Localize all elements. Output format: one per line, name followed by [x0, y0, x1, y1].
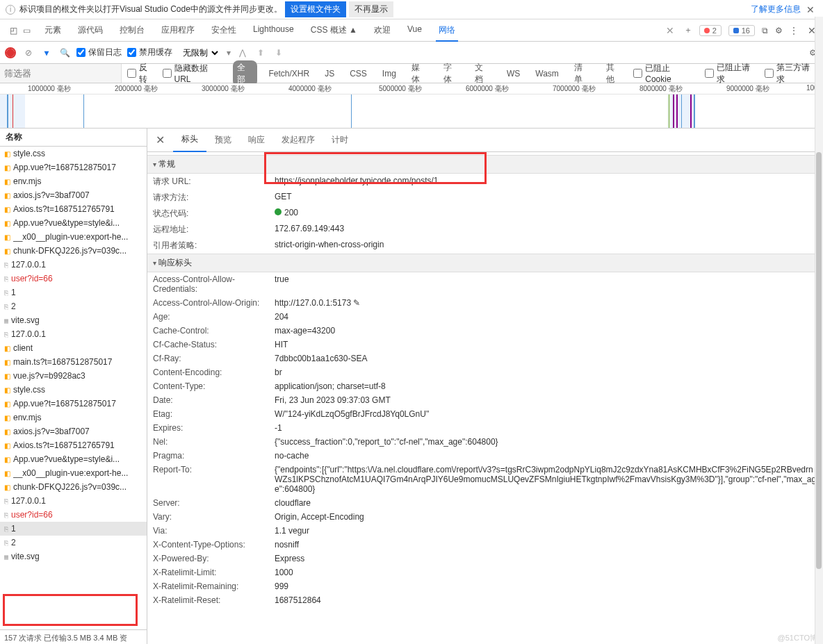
request-row[interactable]: ◧style.css [0, 147, 147, 160]
request-name: 1 [11, 288, 16, 297]
blocked-requests-checkbox[interactable]: 已阻止请求 [705, 62, 758, 85]
request-row[interactable]: ◧env.mjs [0, 174, 147, 188]
filter-type-文档[interactable]: 文档 [471, 60, 496, 87]
request-row[interactable]: ◧App.vue?t=1687512875017 [0, 160, 147, 174]
invert-checkbox[interactable]: 反转 [127, 62, 156, 85]
request-row[interactable]: ⎘127.0.0.1 [0, 494, 147, 508]
filter-type-清单[interactable]: 清单 [570, 60, 595, 87]
tab-网络[interactable]: 网络 [430, 19, 464, 42]
third-party-checkbox[interactable]: 第三方请求 [765, 62, 817, 85]
filter-input[interactable] [0, 64, 122, 83]
tab-CSS 概述 ▲[interactable]: CSS 概述 ▲ [302, 19, 366, 42]
throttle-select[interactable]: 无限制 [178, 45, 221, 60]
settings-icon[interactable]: ⚙ [775, 26, 783, 35]
search-icon[interactable]: 🔍 [58, 47, 71, 59]
device-toolbar-icon[interactable]: ▭ [23, 26, 31, 35]
request-row[interactable]: ◧axios.js?v=3baf7007 [0, 424, 147, 438]
request-row[interactable]: ◧chunk-DFKQJ226.js?v=039c... [0, 244, 147, 258]
detail-tab-发起程序[interactable]: 发起程序 [273, 129, 323, 151]
request-row[interactable]: ◧chunk-DFKQJ226.js?v=039c... [0, 480, 147, 494]
detail-tab-响应[interactable]: 响应 [240, 129, 273, 151]
tab-元素[interactable]: 元素 [36, 19, 70, 42]
close-tab-icon[interactable]: ✕ [663, 25, 677, 36]
header-key: Cf-Cache-Status: [153, 340, 275, 349]
tab-欢迎[interactable]: 欢迎 [366, 19, 399, 42]
tab-控制台[interactable]: 控制台 [111, 19, 153, 42]
request-row[interactable]: ◧App.vue?vue&type=style&i... [0, 452, 147, 466]
request-row[interactable]: ◧App.vue?vue&type=style&i... [0, 216, 147, 230]
request-row[interactable]: ⎘127.0.0.1 [0, 258, 147, 272]
inspect-element-icon[interactable]: ◰ [10, 26, 17, 35]
request-row[interactable]: ◧Axios.ts?t=1687512765791 [0, 202, 147, 216]
filter-icon[interactable]: ▾ [40, 47, 53, 59]
timeline-label: 9000000 毫秒 [726, 84, 769, 94]
filter-type-字体[interactable]: 字体 [439, 60, 464, 87]
tab-Vue[interactable]: Vue [399, 19, 430, 42]
filter-type-WS[interactable]: WS [503, 67, 524, 80]
dismiss-button[interactable]: 不再显示 [349, 1, 393, 17]
timeline-overview[interactable]: 1000000 毫秒2000000 毫秒3000000 毫秒4000000 毫秒… [0, 83, 823, 129]
request-row[interactable]: ⎘user?id=66 [0, 508, 147, 522]
filter-type-全部[interactable]: 全部 [233, 60, 258, 87]
hide-data-urls-checkbox[interactable]: 隐藏数据 URL [163, 63, 226, 84]
request-row[interactable]: ◧env.mjs [0, 411, 147, 424]
disable-cache-checkbox[interactable]: 禁用缓存 [127, 47, 172, 58]
filter-type-Fetch/XHR[interactable]: Fetch/XHR [264, 67, 313, 80]
file-type-icon: ▦ [4, 553, 8, 561]
record-button[interactable] [4, 47, 17, 59]
request-row[interactable]: ⎘user?id=66 [0, 272, 147, 286]
tab-安全性[interactable]: 安全性 [203, 19, 245, 42]
request-row[interactable]: ▦vite.svg [0, 550, 147, 563]
request-row[interactable]: ⎘2 [0, 299, 147, 313]
wifi-icon[interactable]: ⋀ [236, 47, 249, 59]
request-row[interactable]: ⎘1 [0, 286, 147, 299]
info-icon: i [6, 5, 15, 15]
preserve-log-checkbox[interactable]: 保留日志 [76, 47, 122, 58]
add-tab-icon[interactable]: ＋ [677, 24, 699, 36]
close-details-icon[interactable]: ✕ [147, 133, 173, 147]
request-row[interactable]: ◧style.css [0, 383, 147, 397]
filter-type-媒体[interactable]: 媒体 [407, 60, 432, 87]
requests-header[interactable]: 名称 [0, 129, 147, 147]
request-row[interactable]: ▦vite.svg [0, 313, 147, 327]
request-row[interactable]: ◧vue.js?v=b9928ac3 [0, 369, 147, 383]
request-row[interactable]: ◧axios.js?v=3baf7007 [0, 188, 147, 202]
upload-icon[interactable]: ⬆ [254, 47, 267, 59]
tab-应用程序[interactable]: 应用程序 [153, 19, 203, 42]
request-row[interactable]: ◧__x00__plugin-vue:export-he... [0, 466, 147, 480]
set-root-folder-button[interactable]: 设置根文件夹 [285, 1, 346, 17]
blocked-cookies-checkbox[interactable]: 已阻止 Cookie [633, 63, 698, 84]
request-row[interactable]: ◧__x00__plugin-vue:export-he... [0, 230, 147, 244]
filter-type-CSS[interactable]: CSS [345, 67, 371, 80]
file-type-icon: ◧ [4, 414, 10, 422]
tab-源代码[interactable]: 源代码 [70, 19, 111, 42]
learn-more-link[interactable]: 了解更多信息 [751, 3, 801, 15]
more-icon[interactable]: ⋮ [790, 26, 798, 35]
section-general[interactable]: 常规 [147, 155, 823, 174]
detail-tab-预览[interactable]: 预览 [206, 129, 240, 151]
request-name: style.css [13, 149, 45, 158]
request-row[interactable]: ◧client [0, 341, 147, 355]
detail-tab-标头[interactable]: 标头 [173, 129, 206, 152]
filter-type-其他[interactable]: 其他 [602, 60, 627, 87]
clear-button[interactable]: ⊘ [22, 47, 35, 59]
request-row[interactable]: ◧main.ts?t=1687512875017 [0, 355, 147, 369]
request-row[interactable]: ◧Axios.ts?t=1687512765791 [0, 438, 147, 452]
filter-type-Img[interactable]: Img [378, 67, 400, 80]
filter-type-Wasm[interactable]: Wasm [531, 67, 563, 80]
messages-badge[interactable]: 16 [728, 25, 755, 36]
download-icon[interactable]: ⬇ [272, 47, 285, 59]
tab-Lighthouse[interactable]: Lighthouse [245, 19, 302, 42]
file-type-icon: ◧ [4, 358, 10, 366]
request-row[interactable]: ⎘127.0.0.1 [0, 327, 147, 341]
request-row[interactable]: ⎘1 [0, 522, 147, 536]
request-row[interactable]: ◧App.vue?t=1687512875017 [0, 397, 147, 411]
errors-badge[interactable]: 2 [699, 25, 722, 36]
request-row[interactable]: ⎘2 [0, 536, 147, 550]
filter-type-JS[interactable]: JS [320, 67, 339, 80]
header-value: max-age=43200 [275, 326, 817, 336]
close-icon[interactable]: ✕ [804, 4, 817, 15]
section-response-headers[interactable]: 响应标头 [147, 254, 823, 272]
detail-tab-计时[interactable]: 计时 [323, 129, 357, 151]
console-drawer-icon[interactable]: ⧉ [762, 26, 768, 35]
